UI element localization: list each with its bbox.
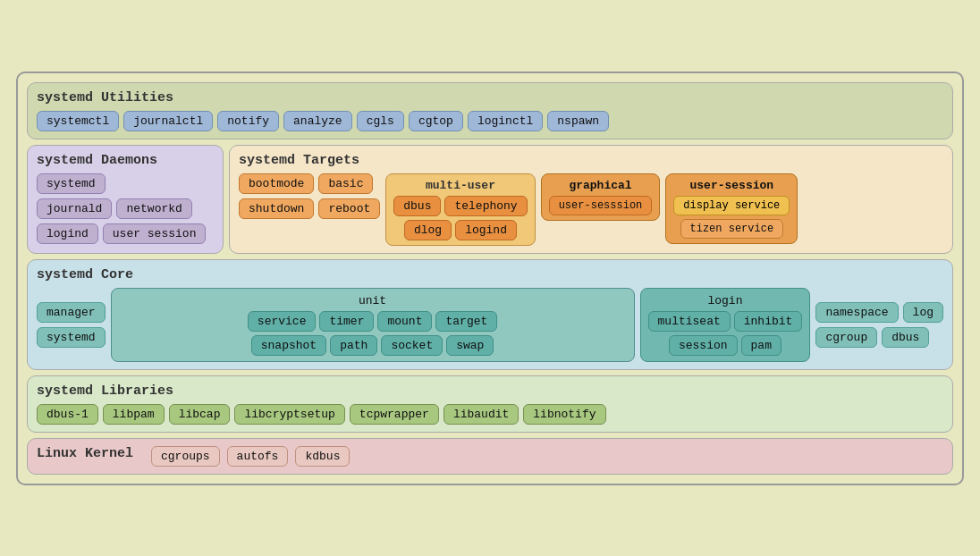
util-chip-nspawn: nspawn (547, 111, 609, 131)
kernel-title: Linux Kernel (37, 446, 144, 461)
target-chip-reboot: reboot (318, 198, 380, 219)
kernel-autofs: autofs (227, 446, 289, 467)
core-unit-box: unit service timer mount target snapshot… (111, 288, 635, 362)
multi-user-title: multi-user (426, 179, 495, 192)
core-left: manager systemd (37, 302, 106, 348)
utilities-title: systemd Utilities (37, 90, 943, 105)
user-session-title: user-session (690, 179, 774, 192)
unit-mount: mount (377, 311, 432, 332)
kernel-content: Linux Kernel cgroups autofs kdbus (37, 446, 943, 467)
daemon-chip-journald: journald (37, 198, 112, 219)
daemon-chip-logind: logind (37, 223, 98, 244)
daemon-chip-user-session: user session (103, 223, 207, 244)
multi-user-dlog: dlog (404, 220, 452, 240)
lib-libpam: libpam (103, 404, 165, 425)
target-chip-basic: basic (318, 173, 373, 194)
multi-user-dbus: dbus (393, 196, 441, 216)
section-targets: systemd Targets bootmode basic shutdown … (229, 145, 953, 254)
targets-basic: bootmode basic shutdown reboot (239, 173, 380, 219)
daemons-chips: systemd journald networkd logind user se… (37, 173, 214, 244)
multi-user-logind: logind (455, 220, 517, 240)
target-chip-shutdown: shutdown (239, 198, 314, 219)
login-session: session (669, 335, 738, 356)
core-cgroup: cgroup (815, 327, 877, 348)
lib-tcpwrapper: tcpwrapper (350, 404, 439, 425)
section-utilities: systemd Utilities systemctl journalctl n… (27, 82, 953, 139)
util-chip-analyze: analyze (283, 111, 352, 131)
main-container: systemd Utilities systemctl journalctl n… (16, 72, 964, 485)
daemon-chip-systemd: systemd (37, 173, 106, 194)
login-inhibit: inhibit (734, 311, 803, 332)
daemons-row-3: logind user session (37, 223, 214, 244)
targets-graphical-box: graphical user-sesssion (541, 173, 661, 221)
utilities-row: systemctl journalctl notify analyze cgls… (37, 111, 943, 131)
login-pam: pam (741, 335, 781, 356)
login-title: login (707, 294, 742, 307)
user-session-display: display service (673, 196, 790, 215)
core-login-box: login multiseat inhibit session pam (640, 288, 811, 362)
unit-swap: swap (446, 335, 494, 356)
graphical-title: graphical (569, 179, 631, 192)
util-chip-cgtop: cgtop (409, 111, 463, 131)
targets-user-session-box: user-session display service tizen servi… (665, 173, 798, 244)
lib-dbus1: dbus-1 (37, 404, 98, 425)
core-title: systemd Core (37, 267, 943, 282)
unit-target: target (435, 311, 497, 332)
libraries-title: systemd Libraries (37, 383, 943, 399)
user-session-tizen: tizen service (680, 219, 784, 239)
unit-timer: timer (319, 311, 374, 332)
kernel-cgroups: cgroups (151, 446, 220, 467)
daemons-title: systemd Daemons (37, 153, 214, 168)
login-multiseat: multiseat (648, 311, 731, 332)
core-namespace: namespace (815, 302, 898, 323)
unit-socket: socket (381, 335, 443, 356)
unit-title: unit (359, 294, 386, 307)
lib-libnotify: libnotify (523, 404, 605, 425)
lib-libcryptsetup: libcryptsetup (234, 404, 344, 425)
section-core: systemd Core manager systemd unit servic… (27, 259, 953, 370)
daemons-row-1: systemd (37, 173, 214, 194)
util-chip-journalctl: journalctl (123, 111, 213, 131)
section-daemons: systemd Daemons systemd journald network… (27, 145, 224, 254)
section-kernel: Linux Kernel cgroups autofs kdbus (27, 438, 953, 475)
daemon-chip-networkd: networkd (116, 198, 191, 219)
graphical-user-session: user-sesssion (549, 196, 653, 215)
core-right: namespace log cgroup dbus (815, 302, 943, 348)
targets-content: bootmode basic shutdown reboot multi-use… (239, 173, 943, 246)
core-systemd: systemd (37, 327, 106, 348)
util-chip-cgls: cgls (357, 111, 404, 131)
multi-user-telephony: telephony (444, 196, 527, 216)
unit-service: service (248, 311, 317, 332)
core-manager: manager (37, 302, 106, 323)
targets-multi-user-box: multi-user dbus telephony dlog logind (385, 173, 535, 246)
core-dbus: dbus (882, 327, 929, 348)
section-libraries: systemd Libraries dbus-1 libpam libcap l… (27, 375, 953, 433)
targets-title: systemd Targets (239, 153, 943, 168)
lib-libaudit: libaudit (444, 404, 519, 425)
daemons-targets-row: systemd Daemons systemd journald network… (27, 145, 953, 254)
daemons-row-2: journald networkd (37, 198, 214, 219)
util-chip-notify: notify (217, 111, 279, 131)
unit-snapshot: snapshot (251, 335, 326, 356)
kernel-kdbus: kdbus (295, 446, 350, 467)
util-chip-loginctl: loginctl (468, 111, 543, 131)
unit-path: path (330, 335, 377, 356)
lib-libcap: libcap (169, 404, 231, 425)
target-chip-bootmode: bootmode (239, 173, 314, 194)
libraries-row: dbus-1 libpam libcap libcryptsetup tcpwr… (37, 404, 943, 425)
core-content: manager systemd unit service timer mount… (37, 288, 943, 362)
util-chip-systemctl: systemctl (37, 111, 119, 131)
core-log: log (903, 302, 943, 323)
